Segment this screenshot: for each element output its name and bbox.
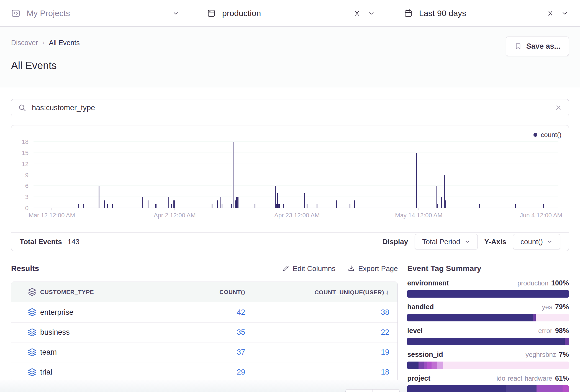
chart-bar[interactable] [416,153,417,208]
chart-bar[interactable] [104,200,105,208]
y-axis-dropdown[interactable]: count() [513,234,560,249]
count-unique-user-cell[interactable]: 22 [256,328,397,337]
tag-distribution-bar[interactable] [407,314,569,321]
tag-segment[interactable] [533,314,536,321]
chart-bar[interactable] [99,186,99,208]
chart-bar[interactable] [155,204,156,208]
clear-environment-icon[interactable] [353,10,361,17]
chart-bar[interactable] [307,204,307,208]
count-unique-user-cell[interactable]: 19 [256,348,397,357]
chart-bar[interactable] [235,200,236,208]
tag-segment[interactable] [419,362,424,369]
chart-bar[interactable] [148,200,148,208]
chart-bar[interactable] [515,204,516,208]
tag-segment[interactable] [443,362,569,369]
tag-name[interactable]: session_id [407,350,443,359]
chart-bar[interactable] [437,204,438,208]
chevron-down-icon[interactable] [368,10,375,17]
pagination-next-button[interactable] [373,389,400,392]
count-unique-user-cell[interactable]: 38 [256,308,397,317]
chart-bar[interactable] [317,204,317,208]
chevron-down-icon[interactable] [172,9,180,17]
stack-icon[interactable] [11,348,40,357]
table-row[interactable]: team3719 [11,342,397,362]
count-cell[interactable]: 35 [173,328,256,337]
stack-icon[interactable] [11,328,40,337]
tag-distribution-bar[interactable] [407,338,569,345]
chart-bar[interactable] [83,204,84,208]
chart-bar[interactable] [277,193,278,208]
chart-bar[interactable] [233,142,233,208]
tag-segment[interactable] [506,385,537,392]
chart-bar[interactable] [168,197,169,208]
chart-bar[interactable] [436,186,437,208]
search-clear-icon[interactable] [555,104,562,111]
date-range-selector[interactable]: Last 90 days [388,0,580,26]
chart-bar[interactable] [304,193,305,208]
chart-bar[interactable] [441,197,442,208]
tag-segment[interactable] [407,385,506,392]
tag-name[interactable]: level [407,327,423,335]
stack-icon[interactable] [11,368,40,377]
project-selector[interactable]: My Projects [0,0,192,26]
chart-bar[interactable] [237,197,238,208]
chart-bar[interactable] [112,204,113,208]
count-cell[interactable]: 37 [173,348,256,357]
pagination-previous-button[interactable] [345,389,373,392]
tag-segment[interactable] [437,362,443,369]
events-bar-chart[interactable]: Mar 12 12:00 AMApr 2 12:00 AMApr 23 12:0… [34,142,558,208]
tag-distribution-bar[interactable] [407,385,569,392]
chart-bar[interactable] [171,204,172,208]
chart-bar[interactable] [479,204,480,208]
chart-legend[interactable]: count() [533,131,561,139]
chart-bar[interactable] [283,204,284,208]
tag-segment[interactable] [563,385,569,392]
tag-segment[interactable] [432,362,437,369]
chart-bar[interactable] [275,186,276,208]
chart-bar[interactable] [212,204,212,208]
chart-bar[interactable] [217,200,218,208]
chart-bar[interactable] [231,204,232,208]
search-input[interactable] [32,104,555,112]
tag-segment[interactable] [536,314,569,321]
table-row[interactable]: business3522 [11,322,397,342]
export-page-button[interactable]: Export Page [348,264,398,273]
edit-columns-button[interactable]: Edit Columns [282,264,336,273]
chevron-down-icon[interactable] [561,10,568,17]
chart-bar[interactable] [543,204,544,208]
count-cell[interactable]: 42 [173,308,256,317]
chart-bar[interactable] [354,200,355,208]
chart-bar[interactable] [173,200,175,208]
chart-bar[interactable] [222,204,222,208]
tag-segment[interactable] [407,290,569,298]
chart-bar[interactable] [78,204,79,208]
tag-segment[interactable] [407,338,565,345]
chart-bar[interactable] [107,204,108,208]
chart-bar[interactable] [278,204,280,208]
stack-icon[interactable] [11,287,40,297]
chart-bar[interactable] [142,197,143,208]
chart-bar[interactable] [336,200,337,208]
column-header-count-unique-user[interactable]: COUNT_UNIQUE(USER)↓ [256,288,397,296]
tag-distribution-bar[interactable] [407,362,569,369]
tag-name[interactable]: handled [407,303,434,311]
tag-segment[interactable] [424,362,427,369]
tag-distribution-bar[interactable] [407,290,569,298]
table-row[interactable]: enterprise4238 [11,302,397,322]
tag-segment[interactable] [407,362,419,369]
column-header-count[interactable]: COUNT() [173,289,256,295]
tag-segment[interactable] [565,338,569,345]
column-header-customer-type[interactable]: CUSTOMER_TYPE [40,289,173,295]
chart-bar[interactable] [156,204,157,208]
tag-name[interactable]: environment [407,279,449,287]
chart-bar[interactable] [445,200,446,208]
clear-date-range-icon[interactable] [547,10,554,17]
tag-segment[interactable] [407,314,532,321]
chart-bar[interactable] [255,204,255,208]
environment-selector[interactable]: production [192,0,388,26]
save-as-button[interactable]: Save as... [506,37,569,56]
tag-segment[interactable] [537,385,562,392]
display-dropdown[interactable]: Total Period [415,234,478,249]
chart-bar[interactable] [220,197,221,208]
chart-bar[interactable] [276,204,277,208]
